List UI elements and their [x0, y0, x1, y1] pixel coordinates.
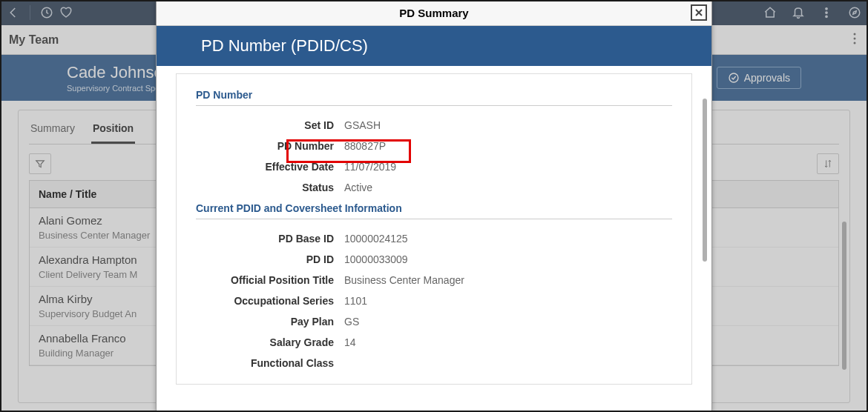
label-occ-series: Occupational Series [196, 295, 344, 307]
modal-scrollbar[interactable] [703, 99, 707, 262]
value-set-id: GSASH [344, 119, 381, 131]
label-official-title: Official Position Title [196, 274, 344, 286]
close-button[interactable] [691, 4, 707, 21]
label-salary-grade: Salary Grade [196, 336, 344, 348]
modal-subtitle: PD Number (PDID/CS) [157, 26, 711, 66]
modal-body: PD Number Set IDGSASH PD Number880827P E… [157, 66, 711, 411]
value-effective-date: 11/07/2019 [344, 161, 396, 173]
value-pay-plan: GS [344, 316, 359, 328]
label-pd-number: PD Number [196, 140, 344, 152]
label-pay-plan: Pay Plan [196, 316, 344, 328]
value-salary-grade: 14 [344, 336, 356, 348]
label-effective-date: Effective Date [196, 161, 344, 173]
section-pd-number: PD Number [196, 89, 672, 106]
modal: PD Summary PD Number (PDID/CS) PD Number… [156, 0, 712, 412]
modal-overlay: PD Summary PD Number (PDID/CS) PD Number… [0, 0, 868, 412]
modal-title: PD Summary [399, 7, 468, 19]
label-pd-base-id: PD Base ID [196, 233, 344, 245]
value-occ-series: 1101 [344, 295, 367, 307]
label-status: Status [196, 182, 344, 193]
value-pd-number: 880827P [344, 140, 386, 152]
label-set-id: Set ID [196, 119, 344, 131]
label-functional-class: Functional Class [196, 357, 344, 369]
value-pd-base-id: 10000024125 [344, 233, 408, 245]
modal-titlebar: PD Summary [157, 1, 711, 26]
value-pd-id: 10000033009 [344, 253, 408, 265]
label-pd-id: PD ID [196, 253, 344, 265]
value-status: Active [344, 182, 372, 193]
value-official-title: Business Center Manager [344, 274, 464, 286]
section-pdid-coversheet: Current PDID and Coversheet Information [196, 202, 672, 219]
